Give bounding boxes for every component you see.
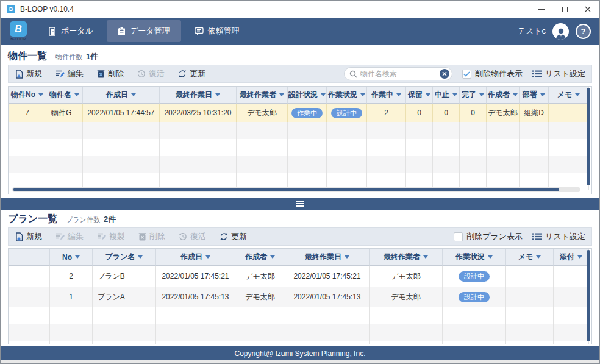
column-header[interactable]: 物件No: [9, 87, 46, 104]
plan-restore-button[interactable]: 復活: [179, 231, 206, 242]
tab-portal[interactable]: ポータル: [37, 20, 104, 42]
bukken-table: 物件No 物件名 作成日 最終作業日 最終作業者 設計状況 作業状況 作業中 保…: [8, 86, 592, 194]
column-header[interactable]: 中止: [433, 87, 460, 104]
minimize-button[interactable]: [530, 1, 553, 18]
plan-edit-button[interactable]: 編集: [55, 231, 84, 242]
tab-portal-label: ポータル: [61, 26, 93, 37]
sort-icon: [396, 93, 401, 96]
title-bar: B B-LOOP v0.10.4: [1, 1, 599, 18]
column-header[interactable]: 最終作業日: [160, 87, 237, 104]
bukken-delete-label: 削除: [108, 68, 124, 79]
empty-cell: [370, 307, 443, 324]
plan-table-row[interactable]: 2 プランB 2022/01/05 17:45:21 デモ太郎 2022/01/…: [9, 266, 591, 287]
column-header[interactable]: No: [50, 249, 93, 266]
column-header[interactable]: メモ: [506, 249, 554, 266]
column-header[interactable]: 作業状況: [327, 87, 367, 104]
sort-icon: [345, 255, 349, 259]
cell-last-work: 2022/01/05 17:45:21: [285, 266, 370, 287]
sort-icon: [270, 255, 275, 259]
plan-table-header: No プラン名 作成日 作成者 最終作業日 最終作業者 作業状況 メモ 添付: [9, 249, 591, 266]
copyright-text: Copyright@ Izumi System Planning, Inc.: [235, 349, 366, 358]
plan-count-value: 2件: [104, 214, 116, 225]
empty-cell: [156, 341, 235, 344]
empty-row: [9, 156, 591, 173]
bukken-list-settings-label: リスト設定: [545, 68, 585, 79]
tab-request-management[interactable]: 依頼管理: [184, 20, 251, 42]
bukken-restore-button[interactable]: 復活: [137, 68, 165, 79]
cell-plan-name: プランB: [93, 266, 156, 287]
empty-cell: [288, 139, 327, 156]
vertical-scrollbar[interactable]: [587, 88, 590, 185]
help-button[interactable]: ?: [576, 24, 591, 39]
plan-new-button[interactable]: 新規: [15, 231, 42, 242]
magnifier-icon: [349, 70, 357, 78]
column-header[interactable]: 作成者: [235, 249, 285, 266]
plan-refresh-button[interactable]: 更新: [220, 231, 247, 242]
close-button[interactable]: [576, 1, 599, 18]
column-header[interactable]: 最終作業日: [285, 249, 370, 266]
bukken-count-label: 物件件数: [55, 52, 82, 62]
bukken-refresh-button[interactable]: 更新: [178, 68, 205, 79]
search-clear-button[interactable]: [440, 69, 449, 79]
empty-cell: [367, 122, 406, 139]
column-header[interactable]: 最終作業者: [237, 87, 288, 104]
column-header[interactable]: 設計状況: [288, 87, 327, 104]
main-content: 物件一覧 物件件数 1件 新規 編集: [1, 45, 599, 363]
column-header[interactable]: 作成者: [487, 87, 520, 104]
cell-created: 2022/01/05 17:45:21: [156, 266, 235, 287]
column-header[interactable]: プラン名: [93, 249, 156, 266]
show-deleted-bukken-toggle[interactable]: 削除物件表示: [462, 68, 523, 79]
column-header[interactable]: 物件名: [46, 87, 83, 104]
empty-cell: [520, 156, 549, 173]
column-header[interactable]: メモ: [549, 87, 589, 104]
sort-icon: [205, 255, 210, 259]
bukken-list-settings-button[interactable]: リスト設定: [532, 68, 585, 79]
tab-data-management[interactable]: データ管理: [107, 20, 181, 42]
vertical-scrollbar[interactable]: [587, 250, 590, 341]
sort-icon: [138, 255, 143, 259]
empty-cell: [156, 324, 235, 341]
empty-cell: [370, 324, 443, 341]
column-header[interactable]: 添付: [554, 249, 589, 266]
column-header[interactable]: 最終作業者: [370, 249, 443, 266]
bukken-search-input[interactable]: [360, 70, 440, 78]
plan-duplicate-label: 複製: [109, 231, 125, 242]
cell-creator: デモ太郎: [235, 266, 285, 287]
column-header[interactable]: 保留: [406, 87, 433, 104]
cell-cancel: 0: [433, 104, 460, 122]
column-header[interactable]: 部署: [520, 87, 549, 104]
bukken-delete-button[interactable]: 削除: [97, 68, 124, 79]
column-header[interactable]: 作業状況: [443, 249, 506, 266]
empty-cell: [367, 156, 406, 173]
checkbox-unchecked-icon: [454, 232, 463, 241]
cell-design-status: 作業中: [288, 104, 327, 122]
list-bars-icon: [532, 70, 542, 77]
plan-delete-button[interactable]: 削除: [138, 231, 165, 242]
plan-table-row[interactable]: 1 プランA 2022/01/05 17:45:13 デモ太郎 2022/01/…: [9, 287, 591, 307]
person-icon: [554, 26, 568, 40]
plan-list-settings-button[interactable]: リスト設定: [532, 231, 585, 242]
bukken-edit-button[interactable]: 編集: [55, 68, 84, 79]
plan-duplicate-button[interactable]: 複製: [97, 231, 125, 242]
clipboard-icon: [118, 27, 126, 36]
bukken-new-button[interactable]: 新規: [15, 68, 42, 79]
maximize-button[interactable]: [553, 1, 576, 18]
bukken-table-row-selected[interactable]: 7 物件G 2022/01/05 17:44:57 2022/03/25 10:…: [9, 104, 591, 122]
column-header[interactable]: 作成日: [83, 87, 160, 104]
user-avatar-button[interactable]: [552, 23, 569, 40]
empty-cell: [487, 139, 520, 156]
cell-plan-name: プランA: [93, 287, 156, 307]
pane-splitter[interactable]: [1, 198, 599, 210]
empty-cell: [83, 122, 160, 139]
horizontal-scrollbar-thumb[interactable]: [13, 188, 559, 191]
column-header[interactable]: 完了: [460, 87, 487, 104]
bukken-table-header: 物件No 物件名 作成日 最終作業日 最終作業者 設計状況 作業状況 作業中 保…: [9, 87, 591, 104]
column-header[interactable]: 作業中: [367, 87, 406, 104]
cell-dept: 組織D: [520, 104, 549, 122]
horizontal-scrollbar-track[interactable]: [12, 187, 580, 192]
column-header[interactable]: 作成日: [156, 249, 235, 266]
document-plus-icon: [15, 70, 23, 79]
show-deleted-plan-toggle[interactable]: 削除プラン表示: [454, 231, 523, 242]
history-clock-icon: [179, 232, 187, 241]
list-pencil-icon: [55, 70, 65, 78]
